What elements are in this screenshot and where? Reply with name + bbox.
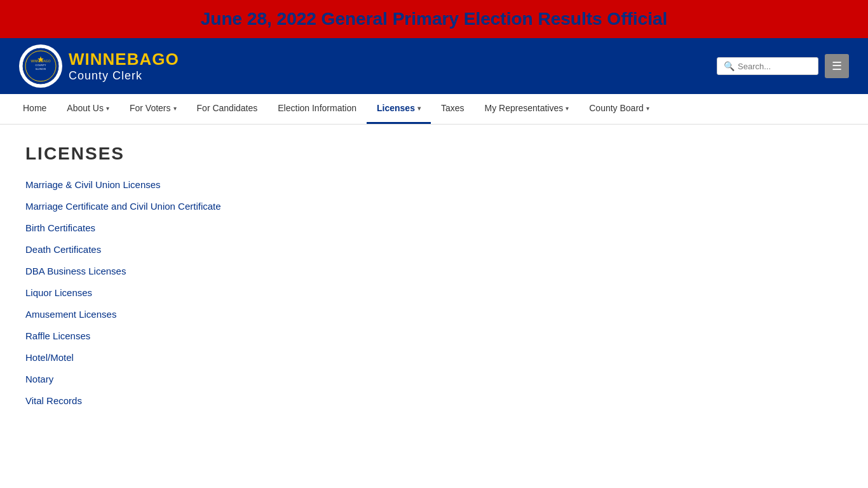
licenses-list: Marriage & Civil Union LicensesMarriage … [25,179,843,407]
list-item: Hotel/Motel [25,352,843,363]
announcement-banner: June 28, 2022 General Primary Election R… [0,0,868,38]
logo-county-clerk: County Clerk [69,69,179,83]
license-link-hotel-motel[interactable]: Hotel/Motel [25,352,74,363]
license-link-vital-records[interactable]: Vital Records [25,395,82,406]
nav-item-for-candidates[interactable]: For Candidates [187,94,268,124]
license-link-marriage-certificate[interactable]: Marriage Certificate and Civil Union Cer… [25,201,221,212]
list-item: Raffle Licenses [25,330,843,342]
search-icon: 🔍 [724,61,735,71]
nav-item-county-board[interactable]: County Board ▾ [579,94,660,124]
list-item: Amusement Licenses [25,309,843,320]
chevron-down-icon: ▾ [417,105,421,112]
chevron-down-icon: ▾ [106,105,109,112]
license-link-notary[interactable]: Notary [25,374,53,384]
banner-link[interactable]: June 28, 2022 General Primary Election R… [201,9,668,29]
list-item: DBA Business Licenses [25,266,843,277]
list-item: Liquor Licenses [25,287,843,299]
nav-item-my-representatives[interactable]: My Representatives ▾ [475,94,580,124]
main-content: LICENSES Marriage & Civil Union Licenses… [0,125,868,436]
search-box[interactable]: 🔍 [717,57,818,75]
search-input[interactable] [738,62,811,71]
list-item: Death Certificates [25,244,843,255]
logo-text: WINNEBAGO County Clerk [69,50,179,83]
list-item: Notary [25,374,843,385]
nav-item-licenses[interactable]: Licenses ▾ [367,94,431,124]
chevron-down-icon: ▾ [646,105,649,112]
nav-item-taxes[interactable]: Taxes [431,94,475,124]
main-navigation: HomeAbout Us ▾For Voters ▾For Candidates… [0,94,868,125]
list-item: Birth Certificates [25,222,843,234]
license-link-liquor-licenses[interactable]: Liquor Licenses [25,287,92,298]
license-link-raffle-licenses[interactable]: Raffle Licenses [25,330,90,341]
page-title: LICENSES [25,144,843,164]
license-link-amusement-licenses[interactable]: Amusement Licenses [25,309,116,320]
license-link-marriage-civil-union[interactable]: Marriage & Civil Union Licenses [25,179,161,190]
logo-area: WINNEBAGO COUNTY ILLINOIS WINNEBAGO Coun… [19,44,179,88]
list-item: Vital Records [25,395,843,407]
svg-text:COUNTY: COUNTY [36,64,46,67]
license-link-death-certificates[interactable]: Death Certificates [25,244,101,255]
nav-item-about-us[interactable]: About Us ▾ [57,94,119,124]
license-link-birth-certificates[interactable]: Birth Certificates [25,222,95,233]
list-item: Marriage Certificate and Civil Union Cer… [25,201,843,212]
chevron-down-icon: ▾ [173,105,177,112]
header-right: 🔍 ☰ [717,54,849,78]
nav-item-home[interactable]: Home [13,94,57,124]
nav-item-for-voters[interactable]: For Voters ▾ [119,94,187,124]
menu-toggle-button[interactable]: ☰ [825,54,849,78]
logo-winnebago: WINNEBAGO [69,50,179,69]
seal-logo: WINNEBAGO COUNTY ILLINOIS [19,44,62,88]
seal-svg: WINNEBAGO COUNTY ILLINOIS [22,47,60,85]
license-link-dba-business[interactable]: DBA Business Licenses [25,266,126,276]
nav-item-election-information[interactable]: Election Information [268,94,367,124]
site-header: WINNEBAGO COUNTY ILLINOIS WINNEBAGO Coun… [0,38,868,94]
chevron-down-icon: ▾ [566,105,569,112]
list-item: Marriage & Civil Union Licenses [25,179,843,191]
svg-text:ILLINOIS: ILLINOIS [36,67,46,71]
